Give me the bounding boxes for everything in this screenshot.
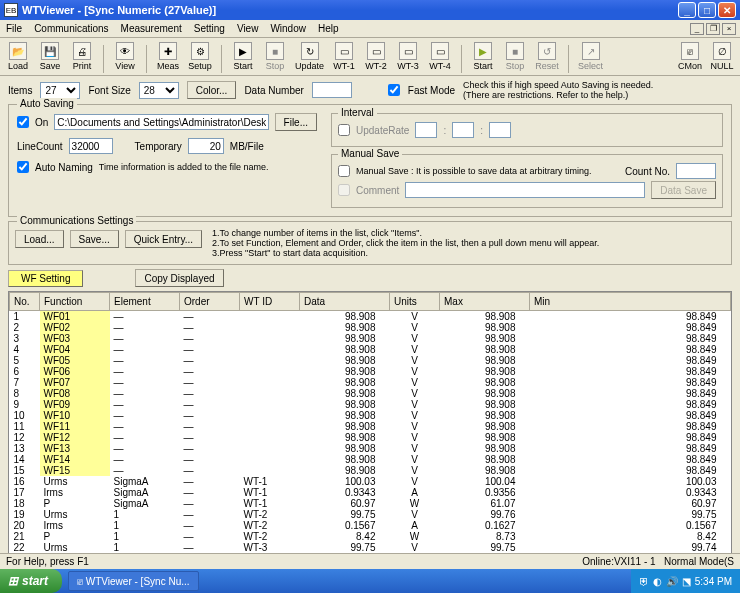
table-row[interactable]: 10WF10——98.908V98.90898.849 <box>10 410 731 421</box>
mdi-minimize-button[interactable]: _ <box>690 23 704 35</box>
table-row[interactable]: 18PSigmaA—WT-160.97W61.0760.97 <box>10 498 731 509</box>
linecount-input[interactable] <box>69 138 113 154</box>
save-button[interactable]: 💾Save <box>36 40 64 73</box>
mdi-restore-button[interactable]: ❐ <box>706 23 720 35</box>
table-row[interactable]: 1WF01——98.908V98.90898.849 <box>10 311 731 323</box>
interval-s <box>489 122 511 138</box>
folder-icon: 📂 <box>9 42 27 60</box>
table-row[interactable]: 11WF11——98.908V98.90898.849 <box>10 421 731 432</box>
table-row[interactable]: 6WF06——98.908V98.90898.849 <box>10 366 731 377</box>
system-tray[interactable]: ⛨ ◐ 🔊 ⬔ 5:34 PM <box>631 569 740 593</box>
col-data[interactable]: Data <box>300 293 390 311</box>
clock[interactable]: 5:34 PM <box>695 576 732 587</box>
col-function[interactable]: Function <box>40 293 110 311</box>
minimize-button[interactable]: _ <box>678 2 696 18</box>
table-row[interactable]: 7WF07——98.908V98.90898.849 <box>10 377 731 388</box>
stop2-button[interactable]: ■Stop <box>501 40 529 73</box>
temporary-label: Temporary <box>135 141 182 152</box>
menu-help[interactable]: Help <box>318 23 339 34</box>
table-row[interactable]: 19Urms1—WT-299.75V99.7699.75 <box>10 509 731 520</box>
close-button[interactable]: ✕ <box>718 2 736 18</box>
temporary-input[interactable] <box>188 138 224 154</box>
tray-icon[interactable]: 🔊 <box>666 576 678 587</box>
col-units[interactable]: Units <box>390 293 440 311</box>
reset-button[interactable]: ↺Reset <box>533 40 561 73</box>
maximize-button[interactable]: □ <box>698 2 716 18</box>
fastmode-checkbox[interactable] <box>388 84 400 96</box>
tray-icon[interactable]: ⛨ <box>639 576 649 587</box>
col-min[interactable]: Min <box>530 293 731 311</box>
menu-file[interactable]: File <box>6 23 22 34</box>
datanumber-input[interactable] <box>312 82 352 98</box>
setup-button[interactable]: ⚙Setup <box>186 40 214 73</box>
load-button[interactable]: 📂Load <box>4 40 32 73</box>
select-button[interactable]: ↗Select <box>576 40 605 73</box>
wt3-button[interactable]: ▭WT-3 <box>394 40 422 73</box>
table-row[interactable]: 3WF03——98.908V98.90898.849 <box>10 333 731 344</box>
table-row[interactable]: 20Irms1—WT-20.1567A0.16270.1567 <box>10 520 731 531</box>
table-row[interactable]: 13WF13——98.908V98.90898.849 <box>10 443 731 454</box>
table-row[interactable]: 14WF14——98.908V98.90898.849 <box>10 454 731 465</box>
table-row[interactable]: 8WF08——98.908V98.90898.849 <box>10 388 731 399</box>
menu-communications[interactable]: Communications <box>34 23 108 34</box>
col-wtid[interactable]: WT ID <box>240 293 300 311</box>
quickentry-button[interactable]: Quick Entry... <box>125 230 202 248</box>
color-button[interactable]: Color... <box>187 81 237 99</box>
tray-icon[interactable]: ◐ <box>653 576 662 587</box>
col-max[interactable]: Max <box>440 293 530 311</box>
table-row[interactable]: 21P1—WT-28.42W8.738.42 <box>10 531 731 542</box>
reset-icon: ↺ <box>538 42 556 60</box>
file-button[interactable]: File... <box>275 113 317 131</box>
null-button[interactable]: ∅NULL <box>708 40 736 73</box>
commsave-button[interactable]: Save... <box>70 230 119 248</box>
meas-button[interactable]: ✚Meas <box>154 40 182 73</box>
stop-button[interactable]: ■Stop <box>261 40 289 73</box>
update-button[interactable]: ↻Update <box>293 40 326 73</box>
col-order[interactable]: Order <box>180 293 240 311</box>
table-row[interactable]: 9WF09——98.908V98.90898.849 <box>10 399 731 410</box>
start2-button[interactable]: ▶Start <box>469 40 497 73</box>
app-icon: EB <box>4 3 18 17</box>
view-button[interactable]: 👁View <box>111 40 139 73</box>
autonaming-checkbox[interactable] <box>17 161 29 173</box>
table-row[interactable]: 12WF12——98.908V98.90898.849 <box>10 432 731 443</box>
path-input[interactable] <box>54 114 268 130</box>
table-row[interactable]: 16UrmsSigmaA—WT-1100.03V100.04100.03 <box>10 476 731 487</box>
autosaving-title: Auto Saving <box>17 98 77 109</box>
copydisplayed-button[interactable]: Copy Displayed <box>135 269 223 287</box>
start-button-taskbar[interactable]: ⊞ start <box>0 569 62 593</box>
col-no[interactable]: No. <box>10 293 40 311</box>
toolbar: 📂Load 💾Save 🖨Print 👁View ✚Meas ⚙Setup ▶S… <box>0 38 740 76</box>
on-checkbox[interactable] <box>17 116 29 128</box>
commload-button[interactable]: Load... <box>15 230 64 248</box>
menu-setting[interactable]: Setting <box>194 23 225 34</box>
comm-title: Communications Settings <box>17 215 136 226</box>
table-row[interactable]: 5WF05——98.908V98.90898.849 <box>10 355 731 366</box>
col-element[interactable]: Element <box>110 293 180 311</box>
manualsave-checkbox[interactable] <box>338 165 350 177</box>
table-row[interactable]: 4WF04——98.908V98.90898.849 <box>10 344 731 355</box>
taskbar-app[interactable]: ⎚ WTViewer - [Sync Nu... <box>68 571 199 591</box>
table-row[interactable]: 17IrmsSigmaA—WT-10.9343A0.93560.9343 <box>10 487 731 498</box>
menu-window[interactable]: Window <box>270 23 306 34</box>
interval-panel: Interval UpdateRate : : <box>331 113 723 147</box>
wt2-button[interactable]: ▭WT-2 <box>362 40 390 73</box>
menu-view[interactable]: View <box>237 23 259 34</box>
print-button[interactable]: 🖨Print <box>68 40 96 73</box>
table-row[interactable]: 2WF02——98.908V98.90898.849 <box>10 322 731 333</box>
wt1-button[interactable]: ▭WT-1 <box>330 40 358 73</box>
table-row[interactable]: 15WF15——98.908V98.90898.849 <box>10 465 731 476</box>
mdi-close-button[interactable]: × <box>722 23 736 35</box>
tray-icon[interactable]: ⬔ <box>682 576 691 587</box>
start-button[interactable]: ▶Start <box>229 40 257 73</box>
table-row[interactable]: 22Urms1—WT-399.75V99.7599.74 <box>10 542 731 553</box>
cmon-button[interactable]: ⎚CMon <box>676 40 704 73</box>
items-select[interactable]: 27 <box>40 82 80 99</box>
wt4-button[interactable]: ▭WT-4 <box>426 40 454 73</box>
updaterate-checkbox[interactable] <box>338 124 350 136</box>
interval-title: Interval <box>338 107 377 118</box>
wfsetting-button[interactable]: WF Setting <box>8 270 83 287</box>
menu-measurement[interactable]: Measurement <box>121 23 182 34</box>
fontsize-select[interactable]: 28 <box>139 82 179 99</box>
titlebar: EB WTViewer - [Sync Numeric (27Value)] _… <box>0 0 740 20</box>
